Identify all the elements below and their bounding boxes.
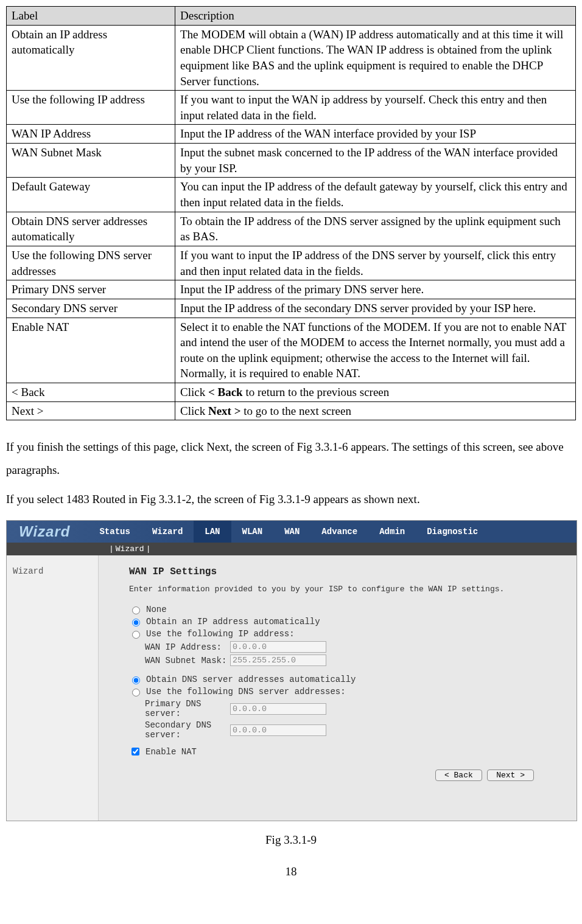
table-row-desc: The MODEM will obtain a (WAN) IP address… (175, 25, 576, 91)
router-screenshot: Wizard Status Wizard LAN WLAN WAN Advanc… (6, 520, 577, 821)
primary-dns-label: Primary DNS server: (145, 699, 230, 718)
nav-advance[interactable]: Advance (310, 521, 368, 543)
nav-wizard[interactable]: Wizard (141, 521, 194, 543)
paragraph-2: If you select 1483 Routed in Fig 3.3.1-2… (6, 488, 576, 511)
wan-mask-label: WAN Subnet Mask: (145, 656, 230, 665)
table-row-desc: Click < Back to return to the previous s… (175, 383, 576, 402)
radio-none[interactable] (132, 606, 140, 614)
table-row-desc: If you want to input the WAN ip address … (175, 91, 576, 125)
primary-dns-input[interactable] (230, 703, 326, 715)
table-row-label: < Back (7, 383, 175, 402)
page-number: 18 (6, 865, 576, 878)
table-row-label: WAN IP Address (7, 125, 175, 144)
subnav-wizard[interactable]: Wizard (114, 544, 146, 554)
table-row-desc: Input the IP address of the WAN interfac… (175, 125, 576, 144)
wan-mask-input[interactable] (230, 655, 326, 666)
table-row-desc: Input the IP address of the secondary DN… (175, 299, 576, 318)
sidebar: Wizard (7, 555, 99, 821)
brand-title: Wizard (7, 523, 88, 540)
secondary-dns-input[interactable] (230, 724, 326, 736)
table-header-desc: Description (175, 7, 576, 26)
radio-obtain-dns[interactable] (132, 676, 140, 684)
nav-wan[interactable]: WAN (273, 521, 310, 543)
table-header-label: Label (7, 7, 175, 26)
table-row-label: Enable NAT (7, 318, 175, 383)
nav-status[interactable]: Status (88, 521, 141, 543)
paragraph-1: If you finish the settings of this page,… (6, 436, 576, 482)
label-obtain-dns: Obtain DNS server addresses automaticall… (146, 675, 356, 684)
table-row-label: Obtain DNS server addresses automaticall… (7, 212, 175, 246)
table-row-desc: Select it to enable the NAT functions of… (175, 318, 576, 383)
sidebar-item-wizard[interactable]: Wizard (13, 566, 92, 576)
section-title: WAN IP Settings (129, 566, 558, 577)
table-row-desc: Click Next > to go to the next screen (175, 401, 576, 420)
secondary-dns-label: Secondary DNS server: (145, 720, 230, 740)
nav-lan[interactable]: LAN (194, 521, 231, 543)
next-button[interactable]: Next > (487, 769, 534, 781)
checkbox-enable-nat[interactable] (131, 748, 139, 756)
wan-ip-input[interactable] (230, 641, 326, 653)
table-row-desc: If you want to input the IP address of t… (175, 246, 576, 280)
description-table: Label Description Obtain an IP address a… (6, 6, 576, 420)
label-obtain-ip: Obtain an IP address automatically (146, 617, 320, 627)
radio-use-dns[interactable] (132, 689, 140, 696)
table-row-desc: Input the IP address of the primary DNS … (175, 280, 576, 299)
table-row-desc: To obtain the IP address of the DNS serv… (175, 212, 576, 246)
label-none: None (146, 605, 167, 614)
radio-use-ip[interactable] (132, 631, 140, 639)
label-use-ip: Use the following IP address: (146, 629, 295, 639)
nav-diagnostic[interactable]: Diagnostic (416, 521, 489, 543)
figure-caption: Fig 3.3.1-9 (6, 833, 576, 847)
label-enable-nat: Enable NAT (146, 747, 197, 757)
table-row-label: Use the following IP address (7, 91, 175, 125)
table-row-desc: You can input the IP address of the defa… (175, 178, 576, 212)
top-nav: Wizard Status Wizard LAN WLAN WAN Advanc… (7, 521, 577, 543)
nav-admin[interactable]: Admin (368, 521, 416, 543)
radio-obtain-ip[interactable] (132, 619, 140, 627)
label-use-dns: Use the following DNS server addresses: (146, 687, 346, 696)
table-row-desc: Input the subnet mask concerned to the I… (175, 144, 576, 178)
nav-wlan[interactable]: WLAN (231, 521, 274, 543)
table-row-label: Obtain an IP address automatically (7, 25, 175, 91)
table-row-label: Use the following DNS server addresses (7, 246, 175, 280)
sub-nav: |Wizard| (7, 543, 577, 555)
content-panel: WAN IP Settings Enter information provid… (99, 555, 577, 821)
wan-ip-label: WAN IP Address: (145, 642, 230, 652)
table-row-label: Primary DNS server (7, 280, 175, 299)
table-row-label: WAN Subnet Mask (7, 144, 175, 178)
table-row-label: Secondary DNS server (7, 299, 175, 318)
back-button[interactable]: < Back (435, 769, 482, 781)
section-subtitle: Enter information provided to you by you… (129, 585, 558, 594)
table-row-label: Next > (7, 401, 175, 420)
table-row-label: Default Gateway (7, 178, 175, 212)
